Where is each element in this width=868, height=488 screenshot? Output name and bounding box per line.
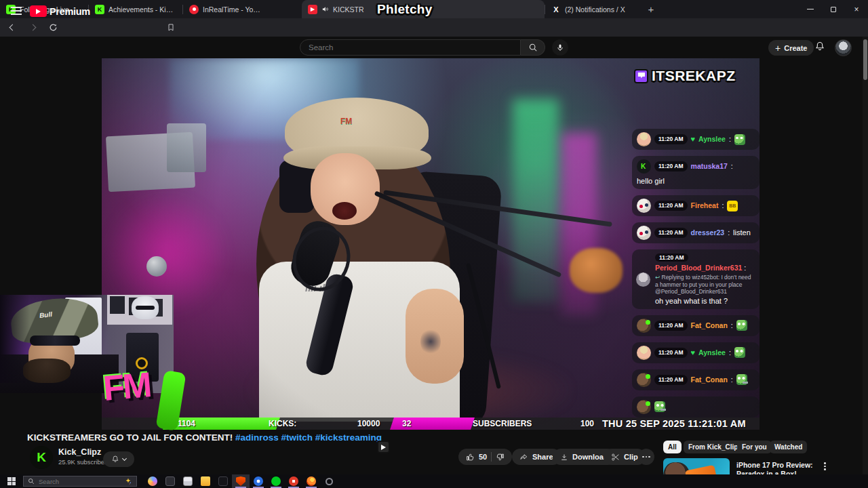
close-button[interactable]: ×: [845, 0, 868, 18]
tab-title: KICKSTR: [333, 5, 364, 14]
chat-text: oh yeah what is that ?: [655, 297, 755, 306]
chat-message: 11:20 AM Fat_Conan :: [632, 315, 760, 336]
pip-beard: [23, 359, 71, 383]
kicks-label: KICKS:: [269, 419, 296, 428]
subs-goal: 100: [580, 419, 594, 428]
guide-menu-button[interactable]: [11, 7, 22, 15]
chat-username: Fat_Conan: [691, 375, 728, 384]
chat-username: Aynslee: [698, 135, 726, 144]
new-tab-button[interactable]: +: [643, 1, 659, 18]
tab-x-notifications[interactable]: X (2) Notifications / X: [545, 0, 639, 18]
windows-taskbar: [0, 474, 868, 488]
create-button[interactable]: + Create: [768, 40, 814, 56]
chat-message-partial: [632, 396, 760, 418]
chat-message: 11:20 AM Fat_Conan :: [632, 369, 760, 390]
chat-timestamp: 11:20 AM: [654, 375, 688, 385]
like-dislike-buttons[interactable]: 50: [458, 449, 512, 465]
chat-username: Period_Blood_Drinker631: [655, 264, 742, 272]
download-label: Download: [572, 453, 608, 461]
thumbs-up-icon: [466, 453, 475, 462]
bell-icon: [111, 455, 119, 464]
thumbs-down-icon[interactable]: [496, 453, 505, 462]
taskbar-app[interactable]: [179, 474, 197, 488]
taskbar-app[interactable]: [320, 474, 338, 488]
pepe-emote: [734, 134, 745, 145]
mic-icon: [556, 43, 564, 52]
chat-timestamp: 11:20 AM: [655, 253, 688, 262]
yellow-text-emote: BB: [727, 201, 738, 211]
taskbar-brave-browser[interactable]: [232, 474, 250, 488]
chat-avatar: [637, 400, 651, 414]
pepe-emote: [734, 347, 745, 358]
pepe-gun-emote: [654, 401, 665, 412]
minimize-button[interactable]: [799, 0, 822, 18]
taskbar-app[interactable]: [161, 474, 179, 488]
bookmark-icon[interactable]: [163, 20, 179, 36]
chat-overlay: 11:20 AM ♥ Aynslee : 11:20 AM matuska17 …: [632, 129, 760, 418]
account-avatar[interactable]: [835, 39, 852, 56]
browser-tab-bar: K Following - Live Streams on Kick K Ach…: [0, 0, 868, 18]
voice-search-button[interactable]: [552, 39, 568, 56]
reload-button[interactable]: [45, 20, 61, 36]
taskbar-search-field[interactable]: [39, 478, 113, 485]
notifications-bell-button[interactable]: [814, 41, 825, 55]
taskbar-app-blue[interactable]: [250, 474, 267, 488]
x-favicon: X: [551, 5, 561, 14]
suggested-video-menu[interactable]: [824, 462, 826, 470]
tab-inrealtime[interactable]: InRealTime - YouTube: [183, 0, 268, 18]
taskbar-firefox[interactable]: [302, 474, 320, 488]
forward-button[interactable]: [24, 20, 41, 36]
filter-chip-all[interactable]: All: [663, 441, 682, 453]
taskbar-copilot[interactable]: [144, 474, 161, 488]
youtube-premium-logo[interactable]: Premium: [30, 5, 90, 17]
pip-shadow-left: [0, 295, 30, 383]
tab-title: Achievements - Kick Dashboard: [108, 5, 176, 14]
taskbar-app-green[interactable]: [267, 474, 285, 488]
chat-username: dresser23: [691, 228, 725, 237]
tab-title: InRealTime - YouTube: [203, 5, 262, 14]
screen: K Following - Live Streams on Kick K Ach…: [0, 0, 868, 488]
share-label: Share: [532, 453, 553, 461]
video-title: KICKSTREAMERS GO TO JAIL FOR CONTENT! #a…: [27, 432, 461, 443]
acoustic-panels: [110, 296, 125, 314]
taskbar-app[interactable]: [214, 474, 232, 488]
search-input[interactable]: [300, 39, 521, 56]
taskbar-search[interactable]: [23, 476, 137, 487]
search-field[interactable]: [309, 43, 512, 52]
handle-text: ITSREKAPZ: [652, 68, 736, 84]
tab-kick-dashboard[interactable]: K Achievements - Kick Dashboard: [89, 0, 182, 18]
streamer-handle-overlay: ITSREKAPZ: [634, 68, 736, 84]
share-arrow-icon: [519, 453, 528, 461]
taskbar-app-red[interactable]: [285, 474, 302, 488]
chat-username: Fireheat: [691, 201, 719, 210]
twitch-icon: [634, 69, 648, 83]
inrealtime-favicon: [189, 5, 199, 14]
start-button[interactable]: [0, 474, 23, 488]
back-button[interactable]: [4, 20, 20, 36]
more-actions-button[interactable]: [638, 449, 654, 465]
kicks-goal: 10000: [357, 419, 380, 428]
like-count: 50: [479, 453, 487, 461]
restore-button[interactable]: [822, 0, 845, 18]
channel-avatar[interactable]: K: [30, 446, 53, 469]
chat-text: listen: [733, 228, 751, 237]
chat-avatar: [637, 373, 651, 387]
ticker-datetime: THU 25 SEP 2025 11:21:01 AM: [602, 418, 746, 429]
channel-name[interactable]: Kick_Clipz: [58, 447, 101, 457]
video-player[interactable]: FM ıılı ıl ITSREKAPZ 11:20 AM ♥ Ay: [102, 58, 760, 430]
page-scrollbar[interactable]: [863, 37, 868, 474]
chat-colon: :: [728, 228, 730, 237]
filter-chip-watched[interactable]: Watched: [770, 441, 807, 453]
divider: [491, 452, 492, 462]
chat-avatar: [636, 272, 650, 287]
video-hashtags[interactable]: #adinross #twitch #kickstreaming: [235, 432, 382, 443]
chat-colon: :: [731, 375, 733, 384]
filter-chip-for-you[interactable]: For you: [737, 441, 772, 453]
bell-icon: [814, 41, 825, 52]
premium-wordmark: Premium: [50, 6, 90, 17]
subscribed-bell-button[interactable]: [103, 451, 134, 467]
scrollbar-thumb[interactable]: [863, 39, 867, 80]
taskbar-file-explorer[interactable]: [197, 474, 214, 488]
search-button[interactable]: [521, 39, 545, 56]
chat-username: Fat_Conan: [691, 321, 728, 330]
